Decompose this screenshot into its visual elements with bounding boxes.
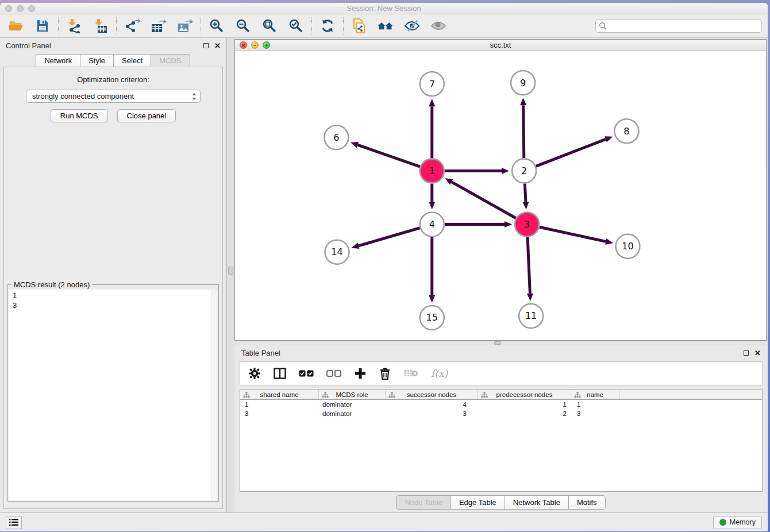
- export-network-icon[interactable]: [124, 18, 140, 34]
- graph-edge-2-8[interactable]: [536, 139, 606, 166]
- table-panel: Table Panel ✕: [234, 345, 768, 512]
- mcds-result-line: 3: [13, 300, 218, 310]
- close-panel-button[interactable]: Close panel: [117, 109, 176, 122]
- graph-node-label: 14: [331, 246, 342, 257]
- show-graphics-icon[interactable]: [430, 18, 446, 34]
- graph-node-label: 8: [623, 126, 629, 137]
- delete-table-icon[interactable]: [403, 369, 418, 378]
- graph-node-label: 6: [333, 132, 339, 143]
- desktop: Session: New Session: [0, 0, 770, 532]
- graph-node-label: 15: [426, 312, 438, 323]
- mcds-result-title: MCDS result (2 nodes): [11, 280, 92, 289]
- zoom-fit-icon[interactable]: [261, 18, 278, 34]
- splitter-grip[interactable]: [494, 341, 501, 345]
- mcds-panel: Optimization criterion: strongly connect…: [3, 67, 223, 509]
- graph-edge-2-3[interactable]: [525, 183, 526, 202]
- graph-node-label: 10: [622, 241, 633, 252]
- hide-graphics-icon[interactable]: [404, 18, 420, 34]
- memory-status-icon: [719, 519, 726, 526]
- splitter-grip[interactable]: [228, 267, 233, 275]
- graph-edge-3-1[interactable]: [452, 182, 516, 218]
- column-header-successor-nodes[interactable]: successor nodes: [386, 390, 478, 399]
- mcds-result-list[interactable]: 13: [9, 290, 218, 500]
- tab-motifs[interactable]: Motifs: [568, 495, 606, 510]
- table-cell: dominator: [319, 409, 386, 418]
- column-label: shared name: [260, 391, 298, 398]
- graph-node-label: 11: [525, 310, 537, 321]
- save-session-icon[interactable]: [34, 18, 51, 34]
- zoom-in-icon[interactable]: [209, 18, 225, 34]
- column-header-name[interactable]: name: [571, 390, 619, 399]
- graph-edge-arrow: [605, 136, 613, 142]
- mcds-result-box: MCDS result (2 nodes) 13: [7, 284, 219, 502]
- open-session-icon[interactable]: [8, 18, 24, 34]
- column-header-predecessor-nodes[interactable]: predecessor nodes: [478, 390, 571, 399]
- split-view-icon[interactable]: [274, 368, 286, 379]
- graph-node-label: 3: [524, 219, 530, 230]
- import-network-icon[interactable]: [66, 18, 82, 34]
- delete-column-icon[interactable]: [379, 367, 391, 380]
- export-table-icon[interactable]: [151, 18, 167, 34]
- column-header-MCDS-role[interactable]: MCDS role: [319, 390, 386, 399]
- tab-style[interactable]: Style: [80, 54, 114, 67]
- table-cell: 1: [240, 400, 319, 409]
- tab-network-table[interactable]: Network Table: [505, 495, 569, 510]
- deselect-all-icon[interactable]: [326, 370, 341, 377]
- tab-network[interactable]: Network: [36, 54, 80, 67]
- search-input[interactable]: [595, 20, 762, 33]
- graph-edge-arrow: [527, 294, 533, 301]
- export-image-icon[interactable]: [177, 18, 193, 34]
- table-cell: 3: [240, 409, 319, 418]
- task-history-icon[interactable]: [6, 516, 22, 529]
- tab-edge-table[interactable]: Edge Table: [451, 495, 505, 510]
- graph-edge-arrow: [351, 142, 359, 148]
- add-column-icon[interactable]: [354, 367, 367, 380]
- network-titlebar[interactable]: ✕ − + scc.txt: [235, 40, 766, 51]
- import-table-icon[interactable]: [93, 18, 109, 34]
- mcds-result-line: 1: [13, 291, 218, 300]
- scrollbar[interactable]: [211, 290, 218, 500]
- table-header-row: shared nameMCDS rolesuccessor nodesprede…: [240, 390, 762, 400]
- graph-edge-2-9[interactable]: [523, 105, 524, 158]
- run-mcds-button[interactable]: Run MCDS: [51, 109, 108, 122]
- close-panel-icon[interactable]: ✕: [754, 350, 761, 356]
- column-header-shared-name[interactable]: shared name: [240, 390, 319, 399]
- titlebar: Session: New Session: [0, 3, 768, 14]
- graph-node-label: 2: [521, 165, 527, 176]
- refresh-icon[interactable]: [319, 18, 336, 34]
- tab-node-table[interactable]: Node Table: [396, 495, 451, 510]
- tab-mcds[interactable]: MCDS: [151, 54, 190, 67]
- graph-edge-3-11[interactable]: [528, 237, 530, 294]
- network-canvas[interactable]: 7968124314101511: [235, 51, 766, 340]
- column-label: predecessor nodes: [496, 391, 553, 398]
- memory-label: Memory: [730, 518, 756, 526]
- float-panel-icon[interactable]: [203, 43, 209, 48]
- copy-network-icon[interactable]: [351, 18, 367, 34]
- float-panel-icon[interactable]: [744, 350, 749, 356]
- panel-splitter[interactable]: [227, 38, 234, 512]
- table-cell: 4: [386, 400, 478, 409]
- graph-edge-arrow: [429, 99, 435, 106]
- network-graph[interactable]: 7968124314101511: [235, 51, 766, 340]
- graph-edge-arrow: [520, 98, 526, 105]
- graph-edge-1-6[interactable]: [357, 145, 420, 167]
- table-row[interactable]: 3dominator323: [240, 409, 762, 418]
- first-neighbors-icon[interactable]: [378, 18, 394, 34]
- network-title: scc.txt: [235, 41, 766, 49]
- graph-edge-arrow: [502, 168, 509, 174]
- select-all-check-icon[interactable]: [299, 370, 314, 377]
- table-settings-icon[interactable]: [248, 367, 261, 380]
- graph-edge-4-14[interactable]: [359, 228, 420, 246]
- tab-select[interactable]: Select: [113, 54, 151, 67]
- table-cell: 1: [571, 400, 619, 409]
- apply-function-icon[interactable]: f(x): [431, 368, 448, 379]
- zoom-selected-icon[interactable]: [288, 18, 304, 34]
- memory-button[interactable]: Memory: [713, 516, 762, 529]
- table-row[interactable]: 1dominator411: [240, 400, 762, 409]
- table-splitter[interactable]: [234, 341, 768, 345]
- close-panel-icon[interactable]: ✕: [214, 43, 221, 48]
- optimization-select[interactable]: strongly connected component: [26, 90, 201, 103]
- table-cell: 3: [571, 409, 619, 418]
- graph-edge-3-10[interactable]: [540, 227, 606, 241]
- zoom-out-icon[interactable]: [235, 18, 251, 34]
